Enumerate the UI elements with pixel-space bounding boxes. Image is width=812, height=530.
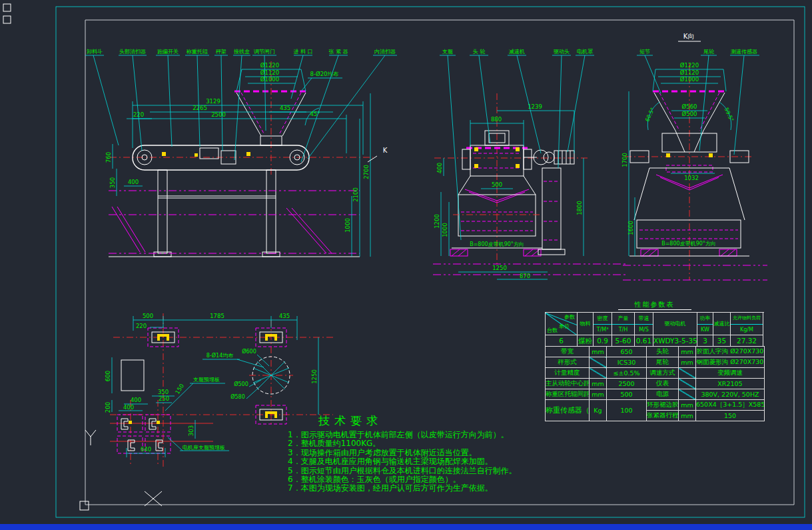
- callout-label: 头部清扫器: [119, 49, 146, 55]
- plan-label: Ø500: [234, 381, 248, 387]
- perf-value: 6: [546, 335, 578, 347]
- dim-text: 1600: [627, 221, 634, 235]
- spec-value: 胶面人字沟 Ø270X730: [696, 347, 765, 357]
- dim-text: 640: [141, 446, 151, 453]
- spec-table: 带宽 mm 650 头轮 mm 胶面人字沟 Ø270X730 秤形式 ICS30…: [545, 346, 764, 421]
- spec-label: 仪表: [647, 379, 679, 389]
- spec-unit: mm: [679, 411, 696, 421]
- dim-text: 1250: [311, 369, 318, 384]
- perf-value: 0.9: [594, 335, 612, 347]
- dim-text: 1000: [442, 223, 448, 237]
- callout-label: 秤架: [215, 49, 226, 55]
- spec-value: 500: [607, 389, 647, 400]
- perf-value: 35: [713, 335, 731, 347]
- dim-text: 435: [280, 105, 290, 111]
- spec-unit: mm: [679, 400, 696, 411]
- tech-req-item: 1．图示驱动电机置于机体前部左侧（以皮带运行方向为前）。: [288, 431, 601, 439]
- dim-text: 1785: [210, 313, 224, 319]
- dim-text: 600: [105, 371, 111, 381]
- callout-label: 电机罩: [577, 49, 594, 55]
- spec-unit: [590, 368, 607, 379]
- spec-value: ≤±0.5%: [607, 368, 647, 379]
- spec-label: 主从动轮中心距: [546, 379, 590, 389]
- corner-middle: 单位: [559, 323, 570, 330]
- spec-label: 称重区托辊间距: [546, 389, 590, 400]
- dim-text: Ø1120: [260, 69, 279, 76]
- dim-text: 2100: [352, 187, 359, 202]
- dim-text: Ø1120: [680, 69, 699, 76]
- spec-value: ICS30: [607, 357, 647, 368]
- spec-unit: [679, 389, 696, 400]
- col-header: 功率KW: [697, 313, 713, 335]
- spec-unit: [679, 368, 696, 379]
- perf-value: 煤粉: [578, 335, 594, 347]
- dim-text: 60.5°: [644, 107, 655, 123]
- corner-mark: [80, 501, 89, 510]
- col-header: 允许物料负荷Kg/M: [731, 313, 763, 335]
- spec-value: 变频调速: [696, 368, 765, 379]
- dim-text: 150: [174, 383, 185, 395]
- spec-label: 张紧器行程: [647, 411, 679, 421]
- dim-text: 400: [128, 179, 139, 185]
- corner-bottom-left: 台数: [547, 327, 558, 334]
- callout-label: 减速机: [509, 49, 525, 55]
- callout-label: 短节: [639, 49, 650, 55]
- view-direction-letter: K: [383, 147, 388, 154]
- plan-label: Ø580: [230, 393, 245, 400]
- dim-text: 1000: [344, 218, 351, 233]
- dim-text: 303: [188, 425, 195, 436]
- callout-label: 内清扫器: [374, 49, 396, 55]
- dim-text: 2500: [211, 111, 226, 118]
- k-view: K向 Ø1220 Ø1120 Ø1000 Ø560 Ø500 60.5° 59.…: [621, 33, 767, 280]
- dim-text: 220: [136, 323, 147, 329]
- hole-note: 8-Ø20均布: [310, 71, 339, 77]
- spec-value: 150: [696, 411, 765, 421]
- tech-req-item: 6．整机涂装颜色：玉灰色（或用户指定颜色）。: [288, 475, 601, 484]
- spec-unit: mm: [679, 357, 696, 368]
- ucs-icon: [3, 4, 11, 11]
- spec-label: 头轮: [647, 347, 679, 357]
- col-header: 驱动电机: [653, 313, 697, 335]
- performance-table-title: 性能参数表: [618, 300, 691, 310]
- col-header: 减速比: [713, 313, 731, 335]
- spec-unit: mm: [590, 347, 607, 357]
- plan-label: Ø600: [242, 348, 256, 355]
- spec-unit: mm: [590, 379, 607, 389]
- callout-label: 接线盒: [234, 49, 250, 55]
- col-header: 带速M/S: [635, 313, 653, 335]
- chute-box: [121, 360, 144, 391]
- spec-value: 650X4［3+1.5］X5850: [696, 400, 765, 411]
- viewport-icon: [3, 16, 11, 23]
- callout-label: 卸料斗: [87, 49, 103, 55]
- corner-top-right: 参数: [564, 313, 575, 321]
- orientation-note: B=800皮带机90°方向: [661, 241, 716, 247]
- bottom-edge-strip: [0, 524, 812, 530]
- tech-req-item: 5．图示短节由用户根据料仓及本机进料口的连接法兰自行制作。: [288, 467, 601, 475]
- dim-text: Ø500: [682, 111, 697, 117]
- spec-label: 带宽: [546, 347, 590, 357]
- spec-unit: [679, 379, 696, 389]
- perf-value: 5-60: [612, 335, 635, 347]
- col-header: 产量T/H: [612, 313, 635, 335]
- dim-text: 870: [520, 273, 530, 279]
- col-header: 密度T/M³: [594, 313, 612, 335]
- tech-req-item: 4．支腿及电机座应用角钢与输送机主梁现场配焊来加固。: [288, 457, 601, 466]
- callout-label: 头 轮: [473, 49, 486, 55]
- spec-value: 钢面菱形沟 Ø270X730: [696, 357, 765, 368]
- spec-value: 380V, 220V, 50HZ: [696, 389, 765, 400]
- callout-label: 驱动头: [554, 49, 570, 55]
- cad-canvas: Ø1220 Ø1120 Ø1000 8-Ø20均布 3129 2265 2500…: [0, 0, 812, 530]
- dim-text: 400: [436, 163, 443, 173]
- perf-value: 0.61: [635, 335, 653, 347]
- spec-unit: [590, 357, 607, 368]
- dim-text: 2700: [363, 165, 370, 179]
- perf-value: 27.32: [731, 335, 763, 347]
- dim-text: 1250: [492, 265, 507, 271]
- spec-value: 650: [607, 347, 647, 357]
- dim-text: 350: [158, 389, 169, 395]
- callout-label: 调节闸门: [254, 49, 275, 55]
- dim-text: 59.5°: [723, 107, 735, 123]
- dim-text: Ø1000: [680, 76, 699, 83]
- dim-text: Ø1220: [260, 62, 279, 69]
- callout-label: 支腿: [442, 49, 453, 55]
